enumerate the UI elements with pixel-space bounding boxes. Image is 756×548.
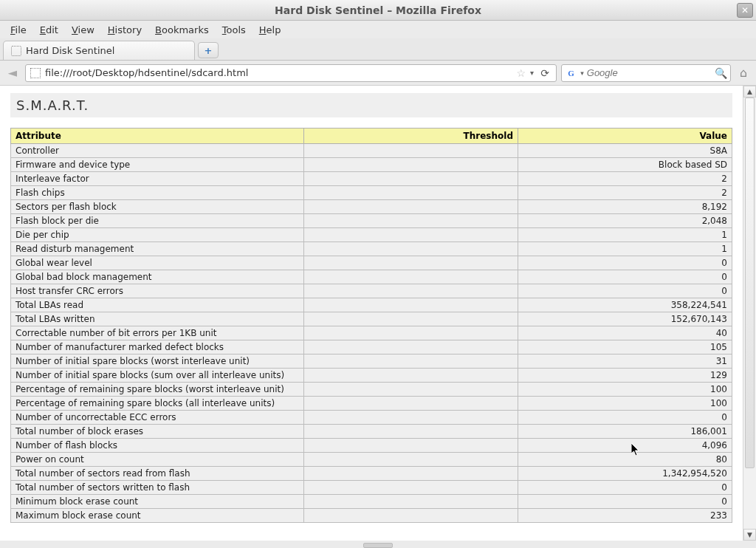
cell-threshold	[304, 144, 518, 158]
cell-threshold	[304, 439, 518, 453]
table-row: Percentage of remaining spare blocks (al…	[11, 397, 732, 411]
cell-attribute: Correctable number of bit errors per 1KB…	[11, 326, 304, 340]
menu-history[interactable]: History	[102, 23, 148, 37]
cell-attribute: Read disturb management	[11, 242, 304, 256]
menu-edit[interactable]: Edit	[34, 23, 64, 37]
nav-toolbar: ◄ file:///root/Desktop/hdsentinel/sdcard…	[0, 61, 756, 86]
search-engine-icon[interactable]: G	[565, 67, 577, 79]
page-icon	[11, 46, 21, 56]
new-tab-button[interactable]: +	[198, 42, 219, 58]
cell-value: 105	[518, 340, 732, 355]
cell-value: 100	[518, 397, 732, 411]
reload-button[interactable]: ⟳	[538, 66, 551, 80]
table-header-row: Attribute Threshold Value	[11, 129, 732, 144]
url-text: file:///root/Desktop/hdsentinel/sdcard.h…	[45, 67, 512, 78]
table-row: Number of initial spare blocks (worst in…	[11, 355, 732, 369]
menu-file[interactable]: File	[4, 23, 32, 37]
menu-bookmarks[interactable]: Bookmarks	[149, 23, 215, 37]
window-titlebar: Hard Disk Sentinel – Mozilla Firefox ✕	[0, 0, 756, 21]
cell-attribute: Number of flash blocks	[11, 439, 304, 453]
cell-attribute: Percentage of remaining spare blocks (al…	[11, 397, 304, 411]
cell-threshold	[304, 326, 518, 340]
cell-threshold	[304, 340, 518, 355]
cell-threshold	[304, 186, 518, 200]
cell-value: 186,001	[518, 425, 732, 439]
cell-value: 233	[518, 509, 732, 523]
search-engine-dropdown-icon[interactable]: ▾	[580, 69, 584, 77]
smart-table: Attribute Threshold Value ControllerS8AF…	[10, 128, 732, 523]
cell-threshold	[304, 242, 518, 256]
scroll-track[interactable]	[743, 97, 756, 529]
cell-value: 0	[518, 481, 732, 495]
scroll-thumb[interactable]	[745, 97, 755, 468]
cell-threshold	[304, 453, 518, 467]
table-row: Read disturb management1	[11, 242, 732, 256]
cell-threshold	[304, 509, 518, 523]
cell-attribute: Total number of sectors read from flash	[11, 467, 304, 481]
cell-attribute: Total LBAs read	[11, 298, 304, 312]
search-input[interactable]	[587, 67, 712, 78]
table-row: Minimum block erase count0	[11, 495, 732, 509]
table-row: Global bad block management0	[11, 270, 732, 284]
cell-value: 4,096	[518, 439, 732, 453]
table-row: Total number of block erases186,001	[11, 425, 732, 439]
hscroll-thumb[interactable]	[363, 543, 393, 548]
search-go-button[interactable]: 🔍	[715, 66, 727, 80]
cell-attribute: Total LBAs written	[11, 312, 304, 326]
cell-attribute: Minimum block erase count	[11, 495, 304, 509]
url-bar[interactable]: file:///root/Desktop/hdsentinel/sdcard.h…	[25, 64, 557, 82]
table-row: Flash block per die2,048	[11, 214, 732, 228]
cell-value: 2,048	[518, 214, 732, 228]
cell-attribute: Maximum block erase count	[11, 509, 304, 523]
bookmark-star-icon[interactable]: ☆	[516, 67, 526, 79]
url-dropdown-icon[interactable]: ▾	[530, 69, 534, 77]
scroll-up-button[interactable]: ▲	[743, 86, 756, 97]
close-icon: ✕	[741, 5, 749, 16]
menu-view[interactable]: View	[66, 23, 100, 37]
search-bar[interactable]: G ▾ 🔍	[561, 64, 731, 82]
cell-threshold	[304, 467, 518, 481]
table-row: Total number of sectors read from flash1…	[11, 467, 732, 481]
menu-help[interactable]: Help	[253, 23, 287, 37]
tab-active[interactable]: Hard Disk Sentinel	[3, 41, 195, 60]
horizontal-scrollbar[interactable]	[0, 541, 756, 548]
table-row: Flash chips2	[11, 186, 732, 200]
cell-value: 100	[518, 383, 732, 397]
cell-value: 2	[518, 172, 732, 186]
cell-threshold	[304, 298, 518, 312]
col-attribute: Attribute	[11, 129, 304, 144]
home-button[interactable]: ⌂	[735, 65, 752, 81]
tab-label: Hard Disk Sentinel	[26, 45, 114, 56]
table-row: Sectors per flash block8,192	[11, 200, 732, 214]
cell-attribute: Firmware and device type	[11, 158, 304, 172]
cell-attribute: Number of uncorrectable ECC errors	[11, 411, 304, 425]
scroll-down-button[interactable]: ▼	[743, 529, 756, 541]
cell-value: 8,192	[518, 200, 732, 214]
table-row: ControllerS8A	[11, 144, 732, 158]
cell-threshold	[304, 481, 518, 495]
col-threshold: Threshold	[304, 129, 518, 144]
cell-attribute: Interleave factor	[11, 172, 304, 186]
window-close-button[interactable]: ✕	[737, 3, 753, 18]
cell-value: 1,342,954,520	[518, 467, 732, 481]
cell-threshold	[304, 397, 518, 411]
cell-threshold	[304, 425, 518, 439]
menu-tools[interactable]: Tools	[216, 23, 252, 37]
cell-value: 1	[518, 228, 732, 242]
table-row: Correctable number of bit errors per 1KB…	[11, 326, 732, 340]
vertical-scrollbar[interactable]: ▲ ▼	[743, 86, 756, 541]
cell-value: 2	[518, 186, 732, 200]
table-row: Firmware and device typeBlock based SD	[11, 158, 732, 172]
cell-attribute: Number of manufacturer marked defect blo…	[11, 340, 304, 355]
back-button[interactable]: ◄	[4, 65, 21, 81]
cell-attribute: Total number of block erases	[11, 425, 304, 439]
cell-threshold	[304, 200, 518, 214]
cell-threshold	[304, 411, 518, 425]
cell-threshold	[304, 172, 518, 186]
table-row: Total number of sectors written to flash…	[11, 481, 732, 495]
cell-threshold	[304, 228, 518, 242]
cell-attribute: Global bad block management	[11, 270, 304, 284]
cell-threshold	[304, 256, 518, 270]
cell-threshold	[304, 369, 518, 383]
cell-value: 358,224,541	[518, 298, 732, 312]
